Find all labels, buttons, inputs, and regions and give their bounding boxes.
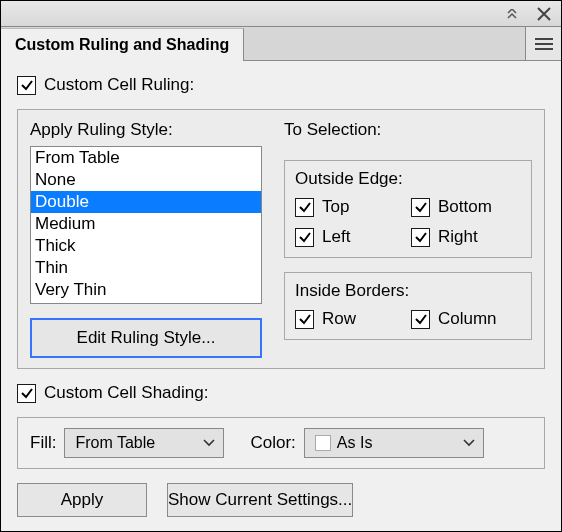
ruling-style-list[interactable]: From TableNoneDoubleMediumThickThinVery … [30, 146, 262, 304]
check-icon [414, 200, 428, 214]
chevron-down-icon [203, 439, 215, 447]
check-icon [20, 386, 34, 400]
menu-icon [535, 38, 553, 50]
panel-menu-button[interactable] [525, 27, 561, 60]
dialog-window: Custom Ruling and Shading Custom Cell Ru… [0, 0, 562, 532]
outside-edge-group: Outside Edge: Top Bottom [284, 160, 532, 258]
edge-left-label: Left [322, 227, 350, 247]
inside-borders-title: Inside Borders: [295, 281, 521, 301]
inside-borders-group: Inside Borders: Row Column [284, 272, 532, 340]
apply-button[interactable]: Apply [17, 483, 147, 517]
chevron-down-icon [463, 439, 475, 447]
apply-ruling-label: Apply Ruling Style: [30, 120, 262, 140]
titlebar [1, 1, 561, 27]
inside-column-checkbox[interactable] [411, 310, 430, 329]
custom-ruling-checkbox-row: Custom Cell Ruling: [17, 71, 545, 99]
custom-ruling-label: Custom Cell Ruling: [44, 75, 194, 95]
inside-column-row: Column [411, 309, 521, 329]
color-value: As Is [337, 434, 373, 452]
edge-top-label: Top [322, 197, 349, 217]
list-item[interactable]: Thick [31, 235, 261, 257]
inside-row-checkbox[interactable] [295, 310, 314, 329]
list-item[interactable]: Double [31, 191, 261, 213]
fill-combo[interactable]: From Table [64, 428, 224, 458]
ruling-left-col: Apply Ruling Style: From TableNoneDouble… [30, 120, 262, 358]
fill-label: Fill: [30, 433, 56, 453]
inside-row-row: Row [295, 309, 405, 329]
tab-spacer [244, 27, 525, 60]
list-item[interactable]: Thin [31, 257, 261, 279]
show-current-settings-label: Show Current Settings... [168, 490, 352, 509]
edge-right-row: Right [411, 227, 521, 247]
color-swatch [315, 435, 331, 451]
custom-shading-checkbox-row: Custom Cell Shading: [17, 379, 545, 407]
check-icon [414, 312, 428, 326]
edge-top-checkbox[interactable] [295, 198, 314, 217]
edge-left-row: Left [295, 227, 405, 247]
edit-ruling-style-label: Edit Ruling Style... [77, 328, 216, 347]
apply-label: Apply [61, 490, 104, 509]
check-icon [298, 312, 312, 326]
edge-left-checkbox[interactable] [295, 228, 314, 247]
custom-ruling-checkbox[interactable] [17, 76, 36, 95]
tab-bar: Custom Ruling and Shading [1, 27, 561, 61]
check-icon [298, 230, 312, 244]
close-icon[interactable] [537, 7, 551, 21]
fill-value: From Table [75, 434, 155, 452]
ruling-right-col: To Selection: Outside Edge: Top Bottom [284, 120, 532, 358]
edit-ruling-style-button[interactable]: Edit Ruling Style... [30, 318, 262, 358]
inside-column-label: Column [438, 309, 497, 329]
list-item[interactable]: None [31, 169, 261, 191]
list-item[interactable]: From Table [31, 147, 261, 169]
edge-bottom-checkbox[interactable] [411, 198, 430, 217]
inside-row-label: Row [322, 309, 356, 329]
ruling-box: Apply Ruling Style: From TableNoneDouble… [17, 109, 545, 369]
tab-custom-ruling[interactable]: Custom Ruling and Shading [1, 28, 244, 61]
bottom-button-row: Apply Show Current Settings... [17, 483, 545, 517]
edge-right-checkbox[interactable] [411, 228, 430, 247]
to-selection-label: To Selection: [284, 120, 532, 140]
check-icon [414, 230, 428, 244]
outside-edge-title: Outside Edge: [295, 169, 521, 189]
shading-box: Fill: From Table Color: As Is [17, 417, 545, 469]
edge-right-label: Right [438, 227, 478, 247]
color-combo[interactable]: As Is [304, 428, 484, 458]
custom-shading-checkbox[interactable] [17, 384, 36, 403]
collapse-icon[interactable] [507, 9, 523, 19]
list-item[interactable]: Very Thin [31, 279, 261, 301]
edge-top-row: Top [295, 197, 405, 217]
list-item[interactable]: Medium [31, 213, 261, 235]
custom-shading-label: Custom Cell Shading: [44, 383, 208, 403]
content-area: Custom Cell Ruling: Apply Ruling Style: … [1, 61, 561, 531]
show-current-settings-button[interactable]: Show Current Settings... [167, 483, 353, 517]
tab-label: Custom Ruling and Shading [15, 36, 229, 54]
color-label: Color: [250, 433, 295, 453]
check-icon [298, 200, 312, 214]
edge-bottom-label: Bottom [438, 197, 492, 217]
edge-bottom-row: Bottom [411, 197, 521, 217]
check-icon [20, 78, 34, 92]
